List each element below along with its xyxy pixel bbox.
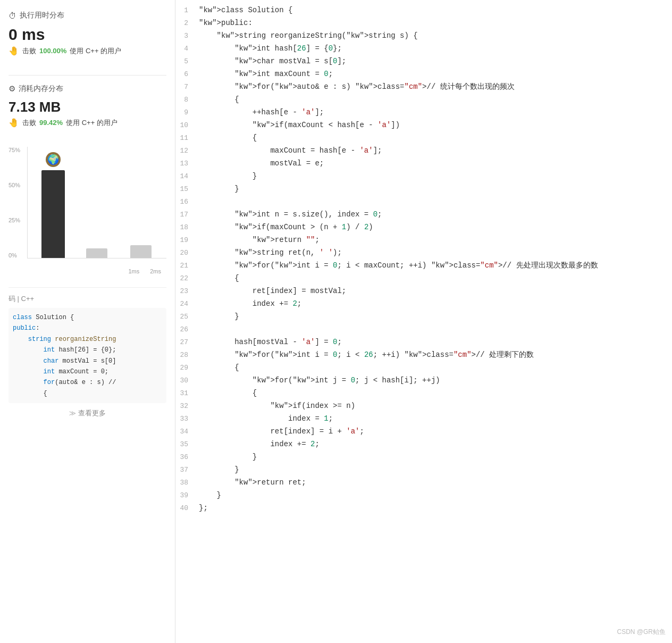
code-line: 17 "kw">int n = s.size(), index = 0; — [175, 208, 672, 221]
line-content: { — [199, 362, 663, 374]
line-number: 32 — [175, 400, 199, 412]
code-line: 16 — [175, 196, 672, 208]
line-number: 19 — [175, 235, 199, 246]
code-line: 12 maxCount = hash[e - 'a']; — [175, 145, 672, 157]
code-line: 38 "kw">return ret; — [175, 477, 672, 489]
line-content: "kw">class Solution { — [199, 4, 663, 17]
line-content: { — [199, 94, 663, 106]
time-value: 0 ms — [9, 26, 166, 44]
line-content: } — [199, 489, 663, 502]
line-number: 10 — [175, 120, 199, 131]
line-number: 37 — [175, 464, 199, 476]
line-content — [199, 323, 663, 336]
mem-beat-text: 击败 — [22, 118, 36, 128]
mem-beat-suffix: 使用 C++ 的用户 — [66, 118, 117, 128]
line-number: 33 — [175, 413, 199, 425]
hand-icon-mem: 🤚 — [9, 118, 19, 128]
time-section-title: ⏱ 执行用时分布 — [9, 11, 166, 20]
code-line: 21 "kw">for("kw">int i = 0; i < maxCount… — [175, 260, 672, 272]
line-number: 8 — [175, 94, 199, 106]
line-number: 30 — [175, 375, 199, 387]
line-number: 35 — [175, 439, 199, 450]
hand-icon-time: 🤚 — [9, 46, 19, 56]
line-number: 39 — [175, 490, 199, 502]
line-content: } — [199, 451, 663, 464]
line-content — [199, 196, 663, 208]
line-content: "kw">int n = s.size(), index = 0; — [199, 208, 663, 221]
time-icon: ⏱ — [9, 11, 16, 20]
mem-value: 7.13 MB — [9, 99, 166, 115]
line-number: 24 — [175, 298, 199, 310]
code-line: 25 } — [175, 311, 672, 323]
divider-1 — [9, 75, 166, 76]
code-line: 3 "kw">string reorganizeString("kw">stri… — [175, 30, 672, 43]
line-number: 21 — [175, 260, 199, 272]
line-content: { — [199, 272, 663, 285]
line-content: "kw">for("kw">int i = 0; i < maxCount; +… — [199, 260, 663, 272]
line-content: { — [199, 387, 663, 400]
code-line: 22 { — [175, 272, 672, 285]
chart-x-labels: 1ms 2ms — [27, 268, 166, 274]
code-line: 18 "kw">if(maxCount > (n + 1) / 2) — [175, 221, 672, 234]
code-line: 37 } — [175, 464, 672, 477]
line-content: ret[index] = mostVal; — [199, 285, 663, 298]
code-line: 2"kw">public: — [175, 17, 672, 30]
line-number: 31 — [175, 388, 199, 399]
code-line: 29 { — [175, 362, 672, 374]
line-number: 18 — [175, 222, 199, 233]
line-number: 25 — [175, 311, 199, 323]
code-line: 39 } — [175, 489, 672, 502]
line-number: 34 — [175, 426, 199, 438]
code-line: 27 hash[mostVal - 'a'] = 0; — [175, 336, 672, 349]
line-number: 36 — [175, 452, 199, 463]
code-line: 34 ret[index] = i + 'a'; — [175, 425, 672, 438]
line-content: "kw">public: — [199, 17, 663, 30]
line-content: { — [199, 132, 663, 145]
line-content: "kw">if(maxCount > (n + 1) / 2) — [199, 221, 663, 234]
code-line: 5 "kw">char mostVal = s[0]; — [175, 55, 672, 68]
code-line: 11 { — [175, 132, 672, 145]
line-content: }; — [199, 502, 663, 515]
code-line: 30 "kw">for("kw">int j = 0; j < hash[i];… — [175, 374, 672, 387]
line-number: 12 — [175, 145, 199, 157]
chart-bars: 🌍 — [27, 147, 166, 258]
line-content: } — [199, 464, 663, 477]
line-content: "kw">if(index >= n) — [199, 400, 663, 413]
line-number: 16 — [175, 196, 199, 208]
line-number: 6 — [175, 69, 199, 80]
code-line: 8 { — [175, 94, 672, 106]
line-number: 2 — [175, 18, 199, 29]
line-number: 3 — [175, 30, 199, 42]
bar-main — [41, 170, 65, 258]
bar-light-1 — [86, 248, 107, 258]
line-number: 40 — [175, 503, 199, 514]
code-line: 6 "kw">int maxCount = 0; — [175, 68, 672, 81]
time-title-label: 执行用时分布 — [20, 11, 64, 20]
line-content: index = 1; — [199, 413, 663, 425]
view-more-button[interactable]: ≫ 查看更多 — [9, 408, 166, 418]
mini-code-block: class Solution { public: string reorgani… — [9, 308, 166, 403]
line-content: "kw">string ret(n, ' '); — [199, 247, 663, 260]
line-number: 15 — [175, 183, 199, 195]
line-content: "kw">for("kw">auto& e : s) "kw">class="c… — [199, 81, 663, 94]
code-line: 24 index += 2; — [175, 298, 672, 311]
right-panel: 1"kw">class Solution {2"kw">public:3 "kw… — [175, 0, 672, 643]
mem-title-label: 消耗内存分布 — [19, 84, 63, 94]
line-number: 28 — [175, 349, 199, 361]
line-content: } — [199, 311, 663, 323]
bar-light-2 — [130, 245, 152, 258]
line-content: index += 2; — [199, 438, 663, 451]
line-content: mostVal = e; — [199, 157, 663, 170]
code-line: 1"kw">class Solution { — [175, 4, 672, 17]
line-number: 5 — [175, 56, 199, 68]
line-content: "kw">int maxCount = 0; — [199, 68, 663, 81]
code-line: 36 } — [175, 451, 672, 464]
line-content: maxCount = hash[e - 'a']; — [199, 145, 663, 157]
mem-section-title: ⚙ 消耗内存分布 — [9, 84, 166, 94]
code-line: 15 } — [175, 183, 672, 196]
code-line: 33 index = 1; — [175, 413, 672, 425]
line-number: 9 — [175, 107, 199, 119]
line-number: 13 — [175, 158, 199, 170]
line-content: ++hash[e - 'a']; — [199, 106, 663, 119]
line-content: } — [199, 170, 663, 183]
